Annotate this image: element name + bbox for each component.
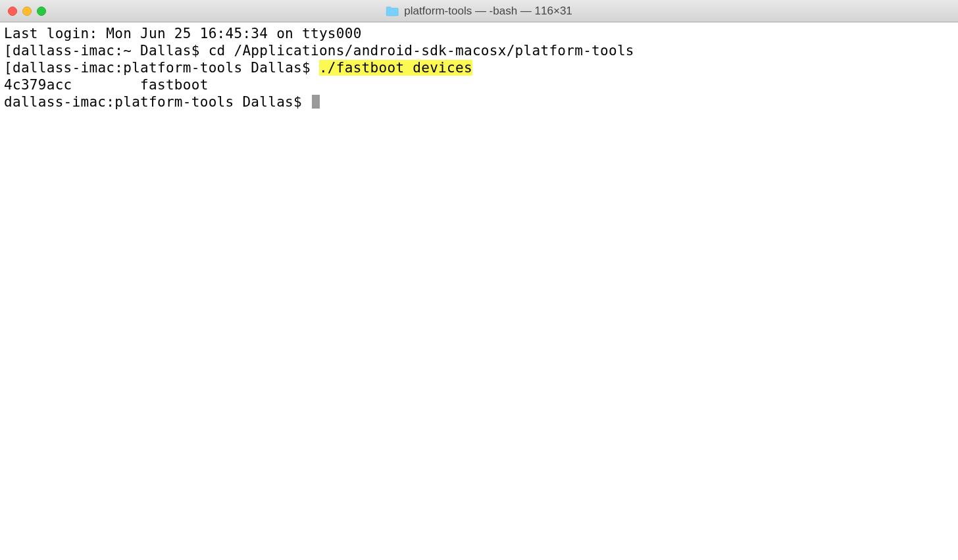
highlighted-command: ./fastboot devices: [319, 60, 472, 76]
zoom-window-button[interactable]: [37, 7, 46, 16]
folder-icon: [386, 6, 399, 16]
terminal-line: Last login: Mon Jun 25 16:45:34 on ttys0…: [4, 25, 954, 42]
output-text: 4c379acc fastboot: [4, 77, 209, 93]
terminal-output[interactable]: Last login: Mon Jun 25 16:45:34 on ttys0…: [0, 22, 958, 113]
window-title-text: platform-tools — -bash — 116×31: [404, 5, 572, 18]
titlebar: platform-tools — -bash — 116×31: [0, 0, 958, 22]
prompt-text: dallass-imac:platform-tools Dallas$: [4, 94, 311, 110]
terminal-line: [dallass-imac:platform-tools Dallas$ ./f…: [4, 59, 954, 76]
close-window-button[interactable]: [8, 7, 17, 16]
bracket-text: [: [4, 43, 13, 59]
prompt-text: dallass-imac:~ Dallas$: [13, 43, 209, 59]
window-controls: [8, 7, 46, 16]
last-login-text: Last login: Mon Jun 25 16:45:34 on ttys0…: [4, 26, 362, 41]
cursor-block: [312, 95, 320, 109]
prompt-text: dallass-imac:platform-tools Dallas$: [13, 60, 319, 76]
minimize-window-button[interactable]: [22, 7, 32, 16]
window-title: platform-tools — -bash — 116×31: [386, 5, 572, 18]
terminal-line: 4c379acc fastboot: [4, 76, 954, 93]
command-text: cd /Applications/android-sdk-macosx/plat…: [209, 43, 634, 59]
terminal-line: [dallass-imac:~ Dallas$ cd /Applications…: [4, 42, 954, 59]
bracket-text: [: [4, 60, 13, 76]
terminal-line: dallass-imac:platform-tools Dallas$: [4, 93, 954, 111]
